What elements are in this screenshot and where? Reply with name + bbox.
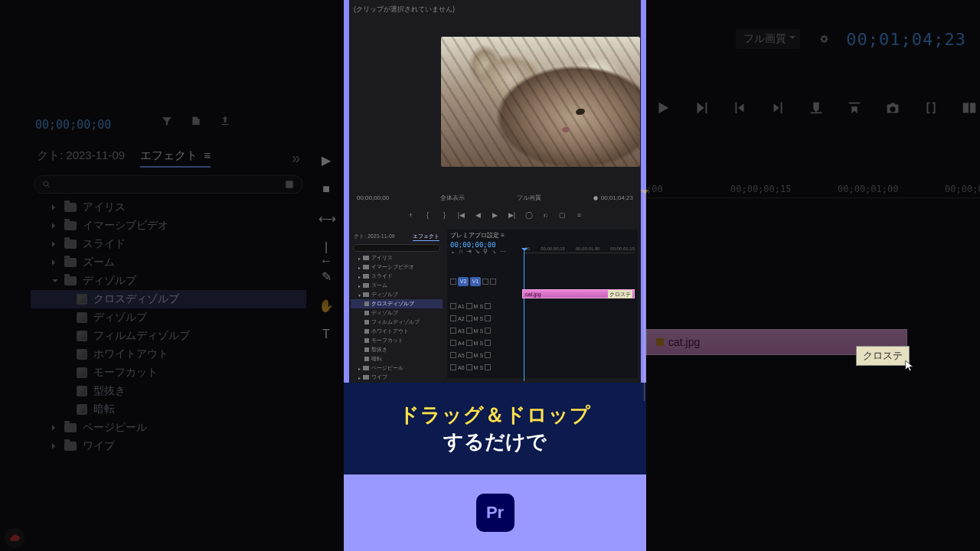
mini-tc-in: 00;00;00;00 xyxy=(357,194,389,201)
mini-folder[interactable]: ▸ワイプ xyxy=(351,373,443,382)
effects-panel: クト: 2023-11-09 エフェクト ≡ » アイリスイマーシブビデオスライ… xyxy=(31,145,306,455)
tool-2[interactable]: ⟷ xyxy=(318,211,334,227)
program-monitor[interactable] xyxy=(441,37,640,167)
effects-item[interactable]: 暗転 xyxy=(31,400,306,419)
preset-icon[interactable] xyxy=(284,179,295,190)
mini-item[interactable]: モーフカット xyxy=(351,336,443,345)
bracket-button[interactable] xyxy=(923,99,939,116)
program-timecode: 00;01;04;23 xyxy=(846,30,966,49)
effects-item[interactable]: ホワイトアウト xyxy=(31,345,306,364)
folder-icon xyxy=(64,442,77,451)
svg-point-2 xyxy=(593,196,597,200)
mini-audio-track[interactable]: A2MS xyxy=(450,312,635,324)
effects-folder[interactable]: ズーム xyxy=(31,253,306,272)
effects-item[interactable]: クロスディゾルブ xyxy=(31,290,306,308)
mini-folder[interactable]: ▸ページピール xyxy=(351,364,443,373)
tool-4[interactable]: ✎ xyxy=(318,269,334,285)
effects-folder[interactable]: ワイプ xyxy=(31,437,306,455)
effects-item[interactable]: モーフカット xyxy=(31,364,306,382)
mark-out-button[interactable] xyxy=(769,99,786,116)
playback-quality-select[interactable]: フル画質 xyxy=(736,29,800,49)
playback-quality-label: フル画質 xyxy=(743,32,786,44)
play-button[interactable] xyxy=(655,99,671,116)
effects-search-field[interactable] xyxy=(51,178,284,191)
transition-icon xyxy=(77,331,87,341)
drag-transition-badge[interactable]: クロステ xyxy=(856,346,910,366)
tool-1[interactable]: ■ xyxy=(318,182,334,197)
mini-ruler[interactable] xyxy=(524,253,635,260)
mini-drag-badge[interactable]: クロステ xyxy=(608,290,632,298)
mini-sequence-tab[interactable]: プレミアプロ設定 ≡ xyxy=(447,230,638,241)
settings-wrench-icon[interactable] xyxy=(817,33,829,45)
filter-icon[interactable] xyxy=(161,115,173,129)
folder-icon xyxy=(64,258,77,267)
panel-expand-icon[interactable]: » xyxy=(292,149,300,167)
tool-3[interactable]: |← xyxy=(318,240,334,256)
effects-folder[interactable]: ディゾルブ xyxy=(31,272,306,290)
mini-wrench-icon[interactable] xyxy=(593,195,599,201)
effects-tab[interactable]: エフェクト ≡ xyxy=(140,148,211,168)
svg-rect-1 xyxy=(286,181,292,187)
tool-6[interactable]: T xyxy=(318,328,334,343)
mini-audio-track[interactable]: A5MS xyxy=(450,349,635,361)
folder-icon xyxy=(64,240,77,249)
effects-item[interactable]: フィルムディゾルブ xyxy=(31,327,306,345)
caption-line-2: するだけで xyxy=(443,429,547,455)
mini-tc-out: 00;01;04;23 xyxy=(601,194,633,201)
project-tab[interactable]: クト: 2023-11-09 xyxy=(37,148,125,168)
logo-footer: Pr xyxy=(344,474,646,551)
clip-label: cat.jpg xyxy=(668,336,700,348)
compare-button[interactable] xyxy=(961,99,978,116)
transition-icon xyxy=(77,349,87,360)
mini-search[interactable] xyxy=(353,244,440,252)
effects-search-input[interactable] xyxy=(34,175,303,194)
mini-item[interactable]: ディゾルブ xyxy=(351,308,443,318)
effects-folder[interactable]: スライド xyxy=(31,235,306,253)
mini-clip[interactable]: cat.jpgクロステ xyxy=(522,289,635,298)
new-item-icon[interactable] xyxy=(190,115,202,129)
folder-icon xyxy=(64,221,77,230)
mini-audio-track[interactable]: A3MS xyxy=(450,324,635,337)
folder-icon xyxy=(64,203,77,212)
effects-item[interactable]: 型抜き xyxy=(31,382,306,400)
mini-item[interactable]: 暗転 xyxy=(351,354,443,364)
tool-5[interactable]: ✋ xyxy=(318,298,334,314)
mini-item[interactable]: クロスディゾルブ xyxy=(351,299,443,308)
mini-fit[interactable]: 全体表示 xyxy=(440,194,465,202)
effects-folder[interactable]: イマーシブビデオ xyxy=(31,217,306,235)
transition-icon xyxy=(77,386,87,396)
step-forward-button[interactable] xyxy=(693,99,710,116)
export-icon[interactable] xyxy=(219,115,231,129)
mini-audio-track[interactable]: A1MS xyxy=(450,300,635,312)
timeline-tools: ▶■⟷|←✎✋T xyxy=(314,153,338,343)
export-frame-button[interactable] xyxy=(884,99,901,116)
effects-folder[interactable]: ページピール xyxy=(31,419,306,437)
mini-item[interactable]: 型抜き xyxy=(351,345,443,354)
mini-folder[interactable]: ▸ズーム xyxy=(351,281,443,290)
mini-quality[interactable]: フル画質 xyxy=(517,194,541,202)
transition-icon xyxy=(77,367,87,378)
tool-0[interactable]: ▶ xyxy=(318,153,334,168)
mouse-cursor-icon xyxy=(903,360,916,377)
program-time-ruler[interactable] xyxy=(642,60,980,81)
mini-item[interactable]: ホワイトアウト xyxy=(351,327,443,336)
mini-folder[interactable]: ▸アイリス xyxy=(351,253,443,262)
transition-icon xyxy=(77,404,87,415)
effects-item[interactable]: ディゾルブ xyxy=(31,308,306,327)
effects-folder[interactable]: アイリス xyxy=(31,198,306,217)
mini-audio-track[interactable]: A6MS xyxy=(450,361,635,373)
timeline-playhead[interactable] xyxy=(644,194,645,401)
search-icon xyxy=(42,180,51,189)
creative-cloud-icon[interactable] xyxy=(5,528,24,548)
mini-clip-row[interactable]: cat.jpgクロステ xyxy=(450,288,635,300)
mini-item[interactable]: フィルムディゾルブ xyxy=(351,318,443,327)
mark-in-button[interactable] xyxy=(731,99,748,116)
mini-audio-track[interactable]: A4MS xyxy=(450,337,635,349)
extract-button[interactable] xyxy=(846,99,863,116)
mini-folder[interactable]: ▸スライド xyxy=(351,272,443,281)
caption-banner: ドラッグ＆ドロップ するだけで xyxy=(344,383,646,474)
lift-button[interactable] xyxy=(808,99,825,116)
mini-video-track[interactable]: V2V1 xyxy=(450,276,635,288)
mini-folder[interactable]: ▸イマーシブビデオ xyxy=(351,262,443,272)
mini-folder-open[interactable]: ▾ディゾルブ xyxy=(351,290,443,299)
